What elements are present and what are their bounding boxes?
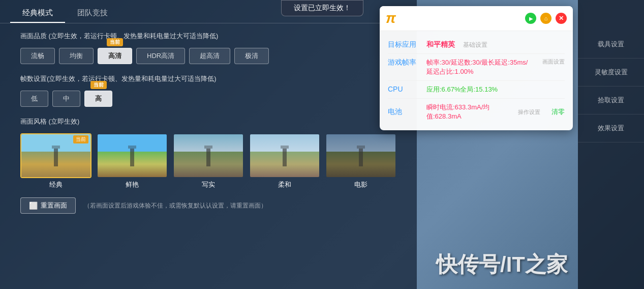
tt-fps-value: 帧率:30/延迟数:30/最长延迟:35ms/延迟占比:1.00% — [426, 58, 532, 76]
quality-section-title: 画面品质 (立即生效，若运行卡顿、发热量和耗电量过大可适当降低) — [20, 32, 396, 41]
style-thumb-realistic — [173, 133, 244, 178]
fps-btn-mid[interactable]: 中 — [52, 91, 80, 107]
style-thumb-soft — [249, 133, 320, 178]
quality-btn-ultra[interactable]: 超高清 — [189, 48, 230, 64]
tab-team[interactable]: 团队竞技 — [65, 4, 120, 23]
close-icon: ✕ — [559, 15, 564, 22]
tt-clear-button[interactable]: 清零 — [551, 107, 565, 117]
tt-cpu-label: CPU — [388, 85, 418, 93]
tt-header: π ▶ ⌂ ✕ — [380, 6, 573, 31]
tower-icon-soft — [283, 149, 287, 166]
style-section-title: 画面风格 (立即生效) — [20, 117, 396, 126]
tt-target-sub: 基础设置 — [463, 41, 487, 49]
style-item-cinematic[interactable]: 电影 — [325, 133, 396, 189]
tower-icon-cinematic — [359, 149, 363, 166]
style-thumb-cinematic — [325, 133, 396, 178]
style-label-vivid: 鲜艳 — [126, 180, 139, 189]
tt-fps-label: 游戏帧率 — [388, 58, 418, 67]
fps-btn-low[interactable]: 低 — [20, 91, 48, 107]
sidebar-item-vehicle[interactable]: 载具设置 — [578, 31, 644, 59]
quality-btn-hd[interactable]: 当前 高清 — [98, 48, 132, 64]
sidebar-item-effects[interactable]: 效果设置 — [578, 114, 644, 142]
tt-logo: π — [386, 10, 395, 26]
tt-battery-row: 电池 瞬时电流:633.3mA/均值:628.3mA 操作设置 清零 — [388, 99, 565, 125]
fps-btn-high[interactable]: 当前 高 — [84, 91, 112, 107]
quality-btn-hdr[interactable]: HDR高清 — [136, 48, 185, 64]
tt-home-button[interactable]: ⌂ — [540, 13, 551, 24]
quality-btn-balanced[interactable]: 均衡 — [59, 48, 94, 64]
style-thumb-vivid — [97, 133, 168, 178]
quality-btn-extreme[interactable]: 极清 — [234, 48, 269, 64]
style-row: 当前 经典 鲜艳 写实 — [20, 133, 396, 189]
tt-battery-value: 瞬时电流:633.3mA/均值:628.3mA — [426, 103, 507, 121]
settings-panel: 经典模式 团队竞技 画面品质 (立即生效，若运行卡顿、发热量和耗电量过大可适当降… — [0, 0, 417, 289]
style-label-classic: 经典 — [49, 180, 63, 189]
tt-fps-row: 游戏帧率 帧率:30/延迟数:30/最长延迟:35ms/延迟占比:1.00% 画… — [388, 54, 565, 81]
tower-icon-realistic — [206, 149, 210, 166]
notification-bar: 设置已立即生效！ — [281, 0, 363, 16]
style-current-badge: 当前 — [73, 135, 88, 143]
tt-body: 目标应用 和平精英 基础设置 游戏帧率 帧率:30/延迟数:30/最长延迟:35… — [380, 31, 573, 130]
style-item-classic[interactable]: 当前 经典 — [20, 133, 91, 189]
quality-current-label: 当前 — [107, 38, 123, 46]
style-item-vivid[interactable]: 鲜艳 — [97, 133, 168, 189]
style-label-soft: 柔和 — [278, 180, 291, 189]
style-thumb-classic: 当前 — [20, 133, 91, 178]
tt-target-value: 和平精英 — [426, 40, 455, 49]
style-label-cinematic: 电影 — [354, 180, 367, 189]
reset-icon: ⬜ — [29, 201, 38, 210]
tab-classic[interactable]: 经典模式 — [10, 4, 65, 23]
fps-current-label: 当前 — [90, 81, 107, 89]
tt-target-label: 目标应用 — [388, 40, 418, 49]
reset-row: ⬜ 重置画面 （若画面设置后游戏体验不佳，或需恢复默认认设置，请重置画面） — [20, 197, 396, 214]
reset-button[interactable]: ⬜ 重置画面 — [20, 197, 76, 214]
quality-button-row: 流畅 均衡 当前 高清 HDR高清 超高清 极清 — [20, 48, 396, 64]
tt-play-button[interactable]: ▶ — [525, 13, 536, 24]
style-item-realistic[interactable]: 写实 — [173, 133, 244, 189]
style-label-realistic: 写实 — [202, 180, 215, 189]
tt-close-button[interactable]: ✕ — [556, 13, 567, 24]
fps-button-row: 低 中 当前 高 — [20, 91, 396, 107]
notification-text: 设置已立即生效！ — [294, 4, 351, 12]
home-icon: ⌂ — [544, 15, 548, 21]
tt-cpu-value: 应用:6.67%全局:15.13% — [426, 85, 565, 94]
reset-hint: （若画面设置后游戏体验不佳，或需恢复默认认设置，请重置画面） — [84, 201, 267, 210]
tt-target-row: 目标应用 和平精英 基础设置 — [388, 36, 565, 54]
quality-btn-smooth[interactable]: 流畅 — [20, 48, 55, 64]
tt-cpu-row: CPU 应用:6.67%全局:15.13% — [388, 81, 565, 99]
tt-fps-sub: 画面设置 — [542, 58, 565, 66]
sidebar-item-pickup[interactable]: 拾取设置 — [578, 86, 644, 114]
reset-button-label: 重置画面 — [41, 201, 67, 210]
play-icon: ▶ — [529, 16, 533, 21]
tt-controls: ▶ ⌂ ✕ — [525, 13, 567, 24]
settings-content: 画面品质 (立即生效，若运行卡顿、发热量和耗电量过大可适当降低) 流畅 均衡 当… — [0, 23, 417, 222]
tt-panel: π ▶ ⌂ ✕ 目标应用 和平精英 基础设置 游戏帧率 帧率:30/延迟数:30… — [380, 6, 573, 130]
tower-icon — [54, 149, 58, 166]
sidebar-item-sensitivity[interactable]: 灵敏度设置 — [578, 59, 644, 86]
tt-battery-label: 电池 — [388, 107, 418, 117]
tt-battery-sub: 操作设置 — [518, 108, 540, 116]
right-sidebar: 载具设置 灵敏度设置 拾取设置 效果设置 — [578, 0, 644, 289]
style-item-soft[interactable]: 柔和 — [249, 133, 320, 189]
tower-icon-vivid — [130, 149, 134, 166]
fps-section-title: 帧数设置(立即生效，若运行卡顿、发热量和耗电量过大可适当降低) — [20, 74, 396, 83]
